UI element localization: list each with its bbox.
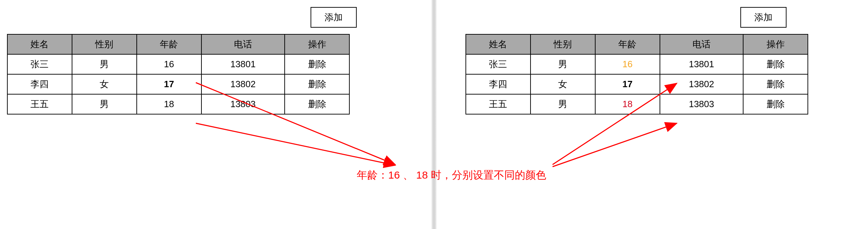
- cell-gender: 男: [531, 54, 595, 74]
- delete-link[interactable]: 删除: [743, 54, 808, 74]
- cell-gender: 男: [72, 94, 137, 114]
- col-age: 年龄: [137, 34, 201, 54]
- cell-age-highlight-18: 18: [595, 94, 660, 114]
- cell-age: 18: [137, 94, 201, 114]
- table-header-row: 姓名 性别 年龄 电话 操作: [466, 34, 808, 54]
- col-name: 姓名: [466, 34, 531, 54]
- delete-link[interactable]: 删除: [285, 74, 349, 94]
- table-row: 李四 女 17 13802 删除: [7, 74, 349, 94]
- cell-gender: 女: [72, 74, 137, 94]
- table-row: 张三 男 16 13801 删除: [466, 54, 808, 74]
- col-action: 操作: [285, 34, 349, 54]
- delete-link[interactable]: 删除: [743, 94, 808, 114]
- table-row: 张三 男 16 13801 删除: [7, 54, 349, 74]
- cell-gender: 男: [72, 54, 137, 74]
- cell-phone: 13802: [201, 74, 285, 94]
- add-button-right[interactable]: 添加: [740, 7, 787, 28]
- col-age: 年龄: [595, 34, 660, 54]
- delete-link[interactable]: 删除: [285, 54, 349, 74]
- data-table-right: 姓名 性别 年龄 电话 操作 张三 男 16 13801 删除 李四 女: [465, 34, 808, 114]
- col-phone: 电话: [201, 34, 285, 54]
- cell-phone: 13803: [201, 94, 285, 114]
- cell-name: 王五: [7, 94, 72, 114]
- delete-link[interactable]: 删除: [743, 74, 808, 94]
- cell-phone: 13801: [660, 54, 744, 74]
- col-phone: 电话: [660, 34, 744, 54]
- cell-name: 张三: [466, 54, 531, 74]
- right-panel: 添加 姓名 性别 年龄 电话 操作 张三 男 16 13801 删除: [410, 0, 868, 229]
- annotation-caption: 年龄：16 、 18 时，分别设置不同的颜色: [357, 168, 546, 182]
- page-divider: [432, 0, 436, 229]
- data-table-left: 姓名 性别 年龄 电话 操作 张三 男 16 13801 删除 李四 女: [7, 34, 350, 114]
- table-row: 李四 女 17 13802 删除: [466, 74, 808, 94]
- cell-gender: 男: [531, 94, 595, 114]
- add-button-left[interactable]: 添加: [311, 7, 357, 28]
- cell-name: 王五: [466, 94, 531, 114]
- cell-name: 李四: [7, 74, 72, 94]
- cell-phone: 13803: [660, 94, 744, 114]
- cell-name: 张三: [7, 54, 72, 74]
- cell-name: 李四: [466, 74, 531, 94]
- col-age: 操作: [743, 34, 808, 54]
- col-gender: 性别: [72, 34, 137, 54]
- table-row: 王五 男 18 13803 删除: [466, 94, 808, 114]
- cell-age-highlight-16: 16: [595, 54, 660, 74]
- cell-gender: 女: [531, 74, 595, 94]
- cell-age: 16: [137, 54, 201, 74]
- table-header-row: 姓名 性别 年龄 电话 操作: [7, 34, 349, 54]
- left-panel: 添加 姓名 性别 年龄 电话 操作 张三 男 16 13801 删除: [0, 0, 410, 229]
- cell-age: 17: [595, 74, 660, 94]
- cell-phone: 13801: [201, 54, 285, 74]
- delete-link[interactable]: 删除: [285, 94, 349, 114]
- cell-age: 17: [137, 74, 201, 94]
- table-row: 王五 男 18 13803 删除: [7, 94, 349, 114]
- col-name: 姓名: [7, 34, 72, 54]
- cell-phone: 13802: [660, 74, 744, 94]
- col-gender: 性别: [531, 34, 595, 54]
